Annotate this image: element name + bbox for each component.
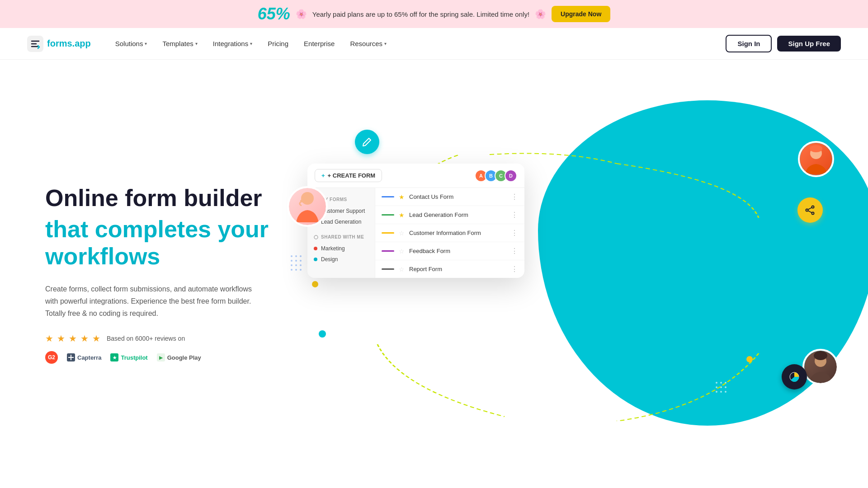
nav-item-enterprise[interactable]: Enterprise xyxy=(297,36,341,51)
more-options-icon[interactable]: ⋮ xyxy=(511,229,518,237)
form-bar-report xyxy=(382,268,394,270)
svg-point-21 xyxy=(716,386,717,388)
more-options-icon[interactable]: ⋮ xyxy=(511,192,518,201)
svg-point-27 xyxy=(301,192,314,205)
sidebar-design[interactable]: Design xyxy=(307,254,375,265)
svg-text:★: ★ xyxy=(113,355,117,360)
flower-icon-2: 🌸 xyxy=(535,9,546,19)
svg-point-26 xyxy=(725,391,726,393)
trustpilot-logo: ★ Trustpilot xyxy=(110,353,147,361)
yellow-dot-2 xyxy=(746,356,753,362)
svg-point-12 xyxy=(291,264,292,266)
svg-point-40 xyxy=(814,351,827,360)
share-button[interactable] xyxy=(797,197,823,223)
dashboard-card: + + CREATE FORM A B C D MY FORMS xyxy=(307,164,524,278)
review-logos: G2 Capterra ★ Trustpilot ▶ Google Play xyxy=(45,351,289,364)
nav-item-templates[interactable]: Templates ▾ xyxy=(156,36,203,51)
banner-text: Yearly paid plans are up to 65% off for … xyxy=(312,10,529,18)
forms-list: ★ Contact Us Form ⋮ ★ Lead Generation Fo… xyxy=(375,188,524,278)
svg-point-15 xyxy=(291,269,292,271)
svg-point-8 xyxy=(300,255,302,257)
hero-right: + + CREATE FORM A B C D MY FORMS xyxy=(280,127,841,421)
form-bar-feedback xyxy=(382,250,394,252)
svg-point-17 xyxy=(300,269,302,271)
svg-point-10 xyxy=(295,260,297,262)
reviews-text: Based on 6000+ reviews on xyxy=(107,335,185,342)
teal-dot xyxy=(319,330,326,338)
sidebar-marketing[interactable]: Marketing xyxy=(307,243,375,254)
svg-point-7 xyxy=(295,255,297,257)
plus-icon: + xyxy=(321,172,325,179)
star-icon-5: ★ xyxy=(92,333,100,344)
svg-point-32 xyxy=(314,235,318,239)
star-icon-1: ★ xyxy=(45,333,53,344)
reviews-row: ★ ★ ★ ★ ★ Based on 6000+ reviews on xyxy=(45,333,289,344)
hero-left: Online form builder that completes your … xyxy=(45,185,289,364)
svg-line-37 xyxy=(808,211,812,213)
chevron-down-icon: ▾ xyxy=(195,41,198,46)
capterra-text: Capterra xyxy=(77,354,101,361)
dot-grid-decoration-bottom-right xyxy=(714,380,741,408)
folder-icon-cyan xyxy=(314,258,317,261)
dashboard-body: MY FORMS Customer Support Lead Generatio… xyxy=(307,188,524,278)
svg-point-13 xyxy=(295,264,297,266)
svg-point-19 xyxy=(720,382,722,384)
yellow-dot-1 xyxy=(312,281,318,287)
star-icon-3: ★ xyxy=(69,333,77,344)
google-play-logo: ▶ Google Play xyxy=(157,353,201,361)
nav-item-pricing[interactable]: Pricing xyxy=(261,36,295,51)
person-avatar-3 xyxy=(802,349,839,385)
star-filled-icon: ★ xyxy=(399,193,405,201)
hero-subtitle: that completes your workflows xyxy=(45,216,289,270)
g2-badge-icon: G2 xyxy=(45,351,58,364)
svg-text:▶: ▶ xyxy=(159,355,163,360)
star-empty-icon: ☆ xyxy=(399,266,405,273)
form-row-report[interactable]: ☆ Report Form ⋮ xyxy=(375,260,524,278)
svg-point-25 xyxy=(720,391,722,393)
svg-point-35 xyxy=(806,209,808,211)
create-form-button[interactable]: + + CREATE FORM xyxy=(315,169,382,182)
chevron-down-icon: ▾ xyxy=(145,41,147,46)
person-avatar-2 xyxy=(798,141,834,177)
svg-point-33 xyxy=(812,206,814,208)
nav-item-integrations[interactable]: Integrations ▾ xyxy=(207,36,259,51)
form-row-contact[interactable]: ★ Contact Us Form ⋮ xyxy=(375,188,524,206)
form-row-customer[interactable]: ☆ Customer Information Form ⋮ xyxy=(375,224,524,242)
svg-point-30 xyxy=(810,145,822,152)
g2-logo: G2 xyxy=(45,351,58,364)
svg-point-28 xyxy=(300,200,303,202)
more-options-icon[interactable]: ⋮ xyxy=(511,265,518,273)
svg-point-16 xyxy=(295,269,297,271)
shared-with-me-label: SHARED WITH ME xyxy=(307,233,375,243)
hero-section: Online form builder that completes your … xyxy=(0,60,868,488)
form-row-lead[interactable]: ★ Lead Generation Form ⋮ xyxy=(375,206,524,224)
svg-point-24 xyxy=(716,391,717,393)
edit-button[interactable] xyxy=(355,130,379,154)
svg-point-9 xyxy=(291,260,292,262)
star-filled-icon: ★ xyxy=(399,211,405,219)
flower-icon: 🌸 xyxy=(296,9,307,19)
sign-in-button[interactable]: Sign In xyxy=(726,35,772,52)
dashboard-header: + + CREATE FORM A B C D xyxy=(307,164,524,188)
nav-links: Solutions ▾ Templates ▾ Integrations ▾ P… xyxy=(109,36,726,51)
logo-link[interactable]: forms.app xyxy=(27,36,91,52)
upgrade-now-button[interactable]: Upgrade Now xyxy=(552,6,610,22)
more-options-icon[interactable]: ⋮ xyxy=(511,211,518,219)
navbar: forms.app Solutions ▾ Templates ▾ Integr… xyxy=(0,28,868,60)
discount-percent: 65% xyxy=(258,5,290,23)
nav-item-solutions[interactable]: Solutions ▾ xyxy=(109,36,154,51)
hero-description: Create forms, collect form submissions, … xyxy=(45,283,253,320)
svg-point-11 xyxy=(300,260,302,262)
svg-point-6 xyxy=(291,255,292,257)
trustpilot-text: Trustpilot xyxy=(121,354,147,361)
form-row-feedback[interactable]: ☆ Feedback Form ⋮ xyxy=(375,242,524,260)
more-options-icon[interactable]: ⋮ xyxy=(511,247,518,255)
logo-icon xyxy=(27,36,43,52)
sign-up-button[interactable]: Sign Up Free xyxy=(777,36,841,52)
star-empty-icon: ☆ xyxy=(399,230,405,237)
promo-banner: 65% 🌸 Yearly paid plans are up to 65% of… xyxy=(0,0,868,28)
collaborator-avatars: A B C D xyxy=(477,169,517,182)
form-bar-customer xyxy=(382,232,394,234)
nav-item-resources[interactable]: Resources ▾ xyxy=(344,36,393,51)
analytics-button[interactable] xyxy=(782,364,807,389)
